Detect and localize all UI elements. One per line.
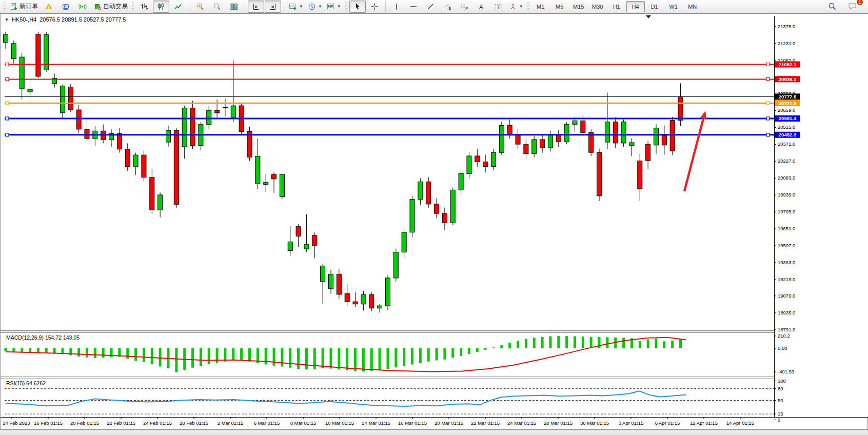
arrows-icon xyxy=(509,3,517,11)
zoom-in-icon xyxy=(196,3,204,11)
svg-text:20591.4: 20591.4 xyxy=(779,115,797,121)
terminal-button[interactable] xyxy=(57,1,74,13)
cursor-tool-button[interactable] xyxy=(349,1,366,13)
arrows-tool-button[interactable]: ▼ xyxy=(507,1,525,13)
auto-trading-icon xyxy=(93,3,102,11)
timeframe-h1-button[interactable]: H1 xyxy=(607,1,626,12)
add-indicator-button[interactable]: ▼ xyxy=(287,1,305,13)
notifications-button[interactable]: 1 xyxy=(844,1,861,13)
svg-text:22 Feb 01:15: 22 Feb 01:15 xyxy=(107,420,135,426)
tile-windows-button[interactable] xyxy=(226,1,242,13)
toolbar-grip[interactable] xyxy=(527,2,529,11)
label-icon: T xyxy=(494,3,502,11)
zoom-out-button[interactable] xyxy=(209,1,225,13)
svg-text:20 Mar 01:15: 20 Mar 01:15 xyxy=(435,420,463,426)
toolbar-grip[interactable] xyxy=(4,2,6,11)
fibonacci-icon: F xyxy=(460,3,468,11)
svg-text:14 Apr 01:15: 14 Apr 01:15 xyxy=(726,420,754,426)
add-indicator-icon xyxy=(289,3,297,11)
new-order-button[interactable]: 新订单 xyxy=(8,1,40,13)
line-chart-button[interactable] xyxy=(170,1,186,13)
auto-trading-label: 自动交易 xyxy=(103,2,128,11)
chevron-down-icon: ▼ xyxy=(337,4,341,9)
chart-canvas[interactable]: 21375.021231.021087.020943.020799.020659… xyxy=(1,14,868,430)
auto-scroll-icon xyxy=(269,3,277,11)
trend-arrow xyxy=(684,111,706,191)
line-chart-icon xyxy=(174,3,182,11)
svg-text:100: 100 xyxy=(778,378,786,384)
text-label-tool-button[interactable]: T xyxy=(490,1,506,13)
ohlc-values: 20576.5 20891.5 20527.5 20777.5 xyxy=(40,16,126,23)
svg-text:18935.0: 18935.0 xyxy=(778,310,795,315)
profiles-button[interactable] xyxy=(41,1,57,13)
timeframe-m15-button[interactable]: M15 xyxy=(569,1,588,12)
svg-text:-401.53: -401.53 xyxy=(778,369,794,374)
horizontal-line-objects xyxy=(5,63,774,136)
main-toolbar: 新订单 自动交易 xyxy=(0,0,868,13)
price-axis: 21375.021231.021087.020943.020799.020659… xyxy=(774,14,868,423)
timeframe-m1-button[interactable]: M1 xyxy=(531,1,550,12)
bar-chart-button[interactable] xyxy=(136,1,152,13)
svg-text:T: T xyxy=(497,4,500,9)
timeframe-m30-button[interactable]: M30 xyxy=(588,1,607,12)
chevron-down-icon: ▼ xyxy=(318,4,322,9)
auto-trading-button[interactable]: 自动交易 xyxy=(91,1,130,13)
signal-icon xyxy=(78,3,87,11)
notification-badge: 1 xyxy=(856,0,863,6)
svg-text:A: A xyxy=(479,3,483,10)
chart-dropdown-icon[interactable]: ▼ xyxy=(5,17,9,22)
rsi-line xyxy=(6,391,686,406)
vertical-line-tool-button[interactable] xyxy=(388,1,405,13)
time-axis: 14 Feb 202316 Feb 01:1520 Feb 01:1522 Fe… xyxy=(1,417,868,426)
bar-chart-icon xyxy=(140,3,148,11)
profiles-icon xyxy=(45,3,53,11)
auto-scroll-button[interactable] xyxy=(265,1,281,13)
svg-text:16 Mar 01:15: 16 Mar 01:15 xyxy=(398,420,427,426)
timeframe-w1-button[interactable]: W1 xyxy=(664,1,683,12)
candlestick-chart-button[interactable] xyxy=(153,1,169,13)
svg-text:20659.0: 20659.0 xyxy=(778,107,795,113)
macd-label: MACD(12,26,9) 154.72 143.05 xyxy=(6,334,80,341)
text-tool-button[interactable]: A xyxy=(473,1,489,13)
horizontal-line-tool-button[interactable] xyxy=(405,1,422,13)
svg-text:3 Apr 01:15: 3 Apr 01:15 xyxy=(619,420,644,426)
equidistant-channel-tool-button[interactable]: E xyxy=(439,1,456,13)
svg-text:F: F xyxy=(465,7,467,10)
crosshair-tool-button[interactable] xyxy=(366,1,383,13)
svg-text:19651.0: 19651.0 xyxy=(778,226,795,231)
svg-text:21052.1: 21052.1 xyxy=(779,62,797,67)
symbol-period-label: HK50-,H4 xyxy=(12,16,36,23)
svg-text:20371.0: 20371.0 xyxy=(778,141,795,147)
svg-text:19939.0: 19939.0 xyxy=(778,192,795,197)
rsi-label: RSI(15) 64.6262 xyxy=(6,380,46,386)
svg-text:20227.0: 20227.0 xyxy=(778,158,795,164)
period-selector-button[interactable]: ▼ xyxy=(306,1,324,13)
zoom-in-button[interactable] xyxy=(192,1,208,13)
fibonacci-tool-button[interactable]: F xyxy=(456,1,472,13)
search-button[interactable] xyxy=(824,1,840,13)
zoom-out-icon xyxy=(213,3,221,11)
svg-text:19795.0: 19795.0 xyxy=(778,209,795,214)
svg-text:19507.0: 19507.0 xyxy=(778,243,795,248)
svg-text:16 Feb 01:15: 16 Feb 01:15 xyxy=(34,420,63,426)
svg-text:19363.0: 19363.0 xyxy=(778,260,795,265)
new-order-icon xyxy=(10,3,18,11)
rsi-panel xyxy=(5,389,774,414)
toolbar-grip[interactable] xyxy=(345,2,347,11)
strategy-tester-button[interactable] xyxy=(74,1,91,13)
channel-icon: E xyxy=(443,3,451,11)
svg-text:20515.0: 20515.0 xyxy=(778,124,795,130)
svg-text:20 Feb 01:15: 20 Feb 01:15 xyxy=(70,420,99,426)
timeframe-m5-button[interactable]: M5 xyxy=(550,1,569,12)
timeframe-h4-button[interactable]: H4 xyxy=(626,1,645,12)
toolbar-grip[interactable] xyxy=(132,2,134,11)
trendline-tool-button[interactable] xyxy=(422,1,439,13)
svg-text:20721.8: 20721.8 xyxy=(779,101,796,106)
chart-shift-marker xyxy=(646,15,651,18)
timeframe-d1-button[interactable]: D1 xyxy=(645,1,664,12)
svg-text:20083.0: 20083.0 xyxy=(778,175,795,181)
template-button[interactable]: ▼ xyxy=(325,1,343,13)
timeframe-mn-button[interactable]: MN xyxy=(683,1,702,12)
candlestick-chart-icon xyxy=(157,3,165,11)
chart-shift-button[interactable] xyxy=(248,1,264,13)
